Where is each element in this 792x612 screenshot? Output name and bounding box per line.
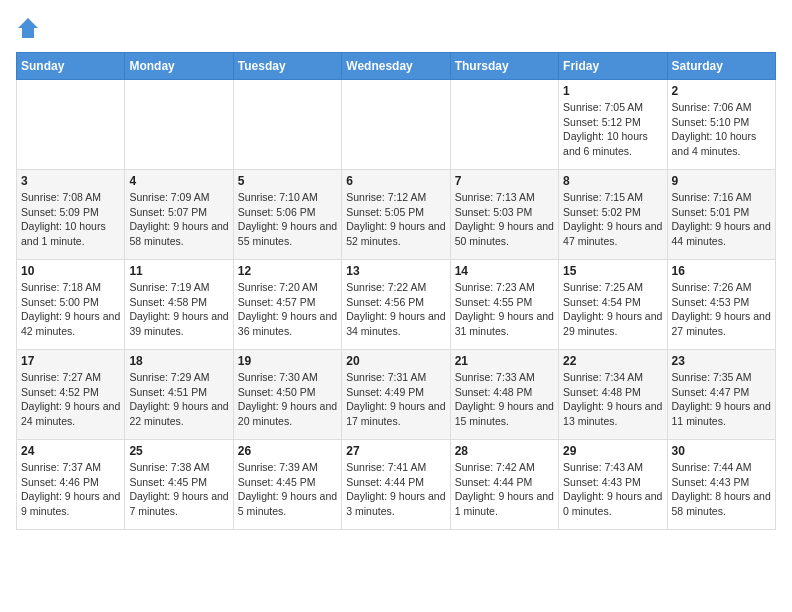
day-info: Sunrise: 7:34 AM Sunset: 4:48 PM Dayligh… xyxy=(563,370,662,429)
day-header-sunday: Sunday xyxy=(17,53,125,80)
day-number: 26 xyxy=(238,444,337,458)
day-number: 3 xyxy=(21,174,120,188)
calendar-cell: 7Sunrise: 7:13 AM Sunset: 5:03 PM Daylig… xyxy=(450,170,558,260)
calendar-cell: 9Sunrise: 7:16 AM Sunset: 5:01 PM Daylig… xyxy=(667,170,775,260)
day-info: Sunrise: 7:25 AM Sunset: 4:54 PM Dayligh… xyxy=(563,280,662,339)
calendar-cell: 13Sunrise: 7:22 AM Sunset: 4:56 PM Dayli… xyxy=(342,260,450,350)
day-number: 8 xyxy=(563,174,662,188)
day-info: Sunrise: 7:37 AM Sunset: 4:46 PM Dayligh… xyxy=(21,460,120,519)
day-number: 28 xyxy=(455,444,554,458)
day-info: Sunrise: 7:43 AM Sunset: 4:43 PM Dayligh… xyxy=(563,460,662,519)
calendar-table: SundayMondayTuesdayWednesdayThursdayFrid… xyxy=(16,52,776,530)
day-info: Sunrise: 7:42 AM Sunset: 4:44 PM Dayligh… xyxy=(455,460,554,519)
day-info: Sunrise: 7:27 AM Sunset: 4:52 PM Dayligh… xyxy=(21,370,120,429)
day-number: 21 xyxy=(455,354,554,368)
calendar-cell: 26Sunrise: 7:39 AM Sunset: 4:45 PM Dayli… xyxy=(233,440,341,530)
day-info: Sunrise: 7:29 AM Sunset: 4:51 PM Dayligh… xyxy=(129,370,228,429)
day-header-wednesday: Wednesday xyxy=(342,53,450,80)
calendar-cell xyxy=(17,80,125,170)
calendar-week-4: 17Sunrise: 7:27 AM Sunset: 4:52 PM Dayli… xyxy=(17,350,776,440)
day-info: Sunrise: 7:26 AM Sunset: 4:53 PM Dayligh… xyxy=(672,280,771,339)
calendar-cell: 8Sunrise: 7:15 AM Sunset: 5:02 PM Daylig… xyxy=(559,170,667,260)
calendar-cell: 12Sunrise: 7:20 AM Sunset: 4:57 PM Dayli… xyxy=(233,260,341,350)
calendar-cell: 16Sunrise: 7:26 AM Sunset: 4:53 PM Dayli… xyxy=(667,260,775,350)
day-number: 5 xyxy=(238,174,337,188)
calendar-cell: 29Sunrise: 7:43 AM Sunset: 4:43 PM Dayli… xyxy=(559,440,667,530)
calendar-cell: 24Sunrise: 7:37 AM Sunset: 4:46 PM Dayli… xyxy=(17,440,125,530)
day-info: Sunrise: 7:15 AM Sunset: 5:02 PM Dayligh… xyxy=(563,190,662,249)
day-number: 15 xyxy=(563,264,662,278)
calendar-week-3: 10Sunrise: 7:18 AM Sunset: 5:00 PM Dayli… xyxy=(17,260,776,350)
day-number: 4 xyxy=(129,174,228,188)
calendar-cell: 2Sunrise: 7:06 AM Sunset: 5:10 PM Daylig… xyxy=(667,80,775,170)
day-number: 27 xyxy=(346,444,445,458)
day-info: Sunrise: 7:38 AM Sunset: 4:45 PM Dayligh… xyxy=(129,460,228,519)
header xyxy=(16,16,776,40)
calendar-week-2: 3Sunrise: 7:08 AM Sunset: 5:09 PM Daylig… xyxy=(17,170,776,260)
calendar-cell: 6Sunrise: 7:12 AM Sunset: 5:05 PM Daylig… xyxy=(342,170,450,260)
day-info: Sunrise: 7:41 AM Sunset: 4:44 PM Dayligh… xyxy=(346,460,445,519)
calendar-week-5: 24Sunrise: 7:37 AM Sunset: 4:46 PM Dayli… xyxy=(17,440,776,530)
day-number: 14 xyxy=(455,264,554,278)
day-number: 24 xyxy=(21,444,120,458)
day-info: Sunrise: 7:06 AM Sunset: 5:10 PM Dayligh… xyxy=(672,100,771,159)
day-info: Sunrise: 7:16 AM Sunset: 5:01 PM Dayligh… xyxy=(672,190,771,249)
day-info: Sunrise: 7:39 AM Sunset: 4:45 PM Dayligh… xyxy=(238,460,337,519)
day-header-thursday: Thursday xyxy=(450,53,558,80)
day-info: Sunrise: 7:10 AM Sunset: 5:06 PM Dayligh… xyxy=(238,190,337,249)
day-info: Sunrise: 7:35 AM Sunset: 4:47 PM Dayligh… xyxy=(672,370,771,429)
day-header-saturday: Saturday xyxy=(667,53,775,80)
day-info: Sunrise: 7:33 AM Sunset: 4:48 PM Dayligh… xyxy=(455,370,554,429)
day-number: 18 xyxy=(129,354,228,368)
calendar-cell: 28Sunrise: 7:42 AM Sunset: 4:44 PM Dayli… xyxy=(450,440,558,530)
day-number: 23 xyxy=(672,354,771,368)
day-info: Sunrise: 7:08 AM Sunset: 5:09 PM Dayligh… xyxy=(21,190,120,249)
calendar-cell: 21Sunrise: 7:33 AM Sunset: 4:48 PM Dayli… xyxy=(450,350,558,440)
calendar-cell: 15Sunrise: 7:25 AM Sunset: 4:54 PM Dayli… xyxy=(559,260,667,350)
day-info: Sunrise: 7:05 AM Sunset: 5:12 PM Dayligh… xyxy=(563,100,662,159)
day-header-friday: Friday xyxy=(559,53,667,80)
calendar-cell: 14Sunrise: 7:23 AM Sunset: 4:55 PM Dayli… xyxy=(450,260,558,350)
day-number: 10 xyxy=(21,264,120,278)
day-info: Sunrise: 7:18 AM Sunset: 5:00 PM Dayligh… xyxy=(21,280,120,339)
day-number: 25 xyxy=(129,444,228,458)
calendar-cell: 18Sunrise: 7:29 AM Sunset: 4:51 PM Dayli… xyxy=(125,350,233,440)
calendar-cell xyxy=(125,80,233,170)
calendar-cell: 11Sunrise: 7:19 AM Sunset: 4:58 PM Dayli… xyxy=(125,260,233,350)
day-number: 19 xyxy=(238,354,337,368)
day-number: 13 xyxy=(346,264,445,278)
day-number: 17 xyxy=(21,354,120,368)
calendar-cell: 10Sunrise: 7:18 AM Sunset: 5:00 PM Dayli… xyxy=(17,260,125,350)
day-info: Sunrise: 7:13 AM Sunset: 5:03 PM Dayligh… xyxy=(455,190,554,249)
calendar-cell: 17Sunrise: 7:27 AM Sunset: 4:52 PM Dayli… xyxy=(17,350,125,440)
day-info: Sunrise: 7:19 AM Sunset: 4:58 PM Dayligh… xyxy=(129,280,228,339)
day-number: 2 xyxy=(672,84,771,98)
calendar-cell: 30Sunrise: 7:44 AM Sunset: 4:43 PM Dayli… xyxy=(667,440,775,530)
day-number: 22 xyxy=(563,354,662,368)
calendar-cell: 22Sunrise: 7:34 AM Sunset: 4:48 PM Dayli… xyxy=(559,350,667,440)
calendar-cell: 5Sunrise: 7:10 AM Sunset: 5:06 PM Daylig… xyxy=(233,170,341,260)
day-header-tuesday: Tuesday xyxy=(233,53,341,80)
day-info: Sunrise: 7:20 AM Sunset: 4:57 PM Dayligh… xyxy=(238,280,337,339)
calendar-cell xyxy=(342,80,450,170)
day-number: 12 xyxy=(238,264,337,278)
day-info: Sunrise: 7:30 AM Sunset: 4:50 PM Dayligh… xyxy=(238,370,337,429)
calendar-cell: 27Sunrise: 7:41 AM Sunset: 4:44 PM Dayli… xyxy=(342,440,450,530)
day-number: 7 xyxy=(455,174,554,188)
calendar-cell: 19Sunrise: 7:30 AM Sunset: 4:50 PM Dayli… xyxy=(233,350,341,440)
day-number: 29 xyxy=(563,444,662,458)
logo-icon xyxy=(16,16,40,40)
day-info: Sunrise: 7:23 AM Sunset: 4:55 PM Dayligh… xyxy=(455,280,554,339)
calendar-cell: 4Sunrise: 7:09 AM Sunset: 5:07 PM Daylig… xyxy=(125,170,233,260)
calendar-cell: 1Sunrise: 7:05 AM Sunset: 5:12 PM Daylig… xyxy=(559,80,667,170)
day-info: Sunrise: 7:12 AM Sunset: 5:05 PM Dayligh… xyxy=(346,190,445,249)
calendar-cell: 3Sunrise: 7:08 AM Sunset: 5:09 PM Daylig… xyxy=(17,170,125,260)
svg-marker-0 xyxy=(18,18,38,38)
calendar-cell: 20Sunrise: 7:31 AM Sunset: 4:49 PM Dayli… xyxy=(342,350,450,440)
calendar-week-1: 1Sunrise: 7:05 AM Sunset: 5:12 PM Daylig… xyxy=(17,80,776,170)
logo xyxy=(16,16,44,40)
day-number: 30 xyxy=(672,444,771,458)
day-number: 11 xyxy=(129,264,228,278)
day-number: 6 xyxy=(346,174,445,188)
day-number: 20 xyxy=(346,354,445,368)
